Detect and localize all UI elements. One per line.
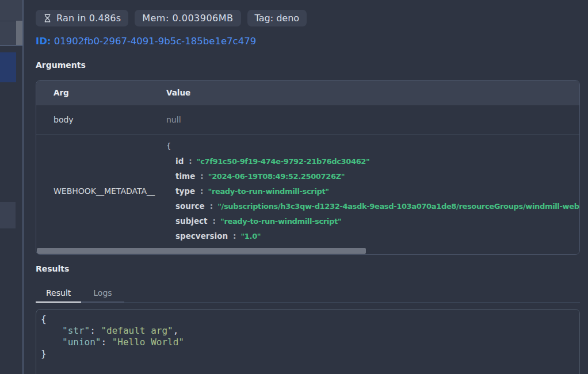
object-colon: : xyxy=(200,171,203,181)
tab-result[interactable]: Result xyxy=(36,284,81,303)
job-id-line: ID: 01902fb0-2967-4091-9b5c-185be1e7c479 xyxy=(36,35,580,48)
object-colon: : xyxy=(233,231,236,241)
json-comma: , xyxy=(173,325,179,336)
object-viewer: { id:"c7f91c50-9f19-474e-9792-21b76dc304… xyxy=(150,135,579,247)
object-key[interactable]: specversion xyxy=(175,231,228,241)
arguments-title: Arguments xyxy=(36,60,580,70)
json-string: "default arg" xyxy=(101,325,173,336)
left-sidebar xyxy=(0,0,24,374)
object-value: "ready-to-run-windmill-script" xyxy=(208,187,329,196)
table-row-webhook-metadata: WEBHOOK__METADATA__ { id:"c7f91c50-9f19-… xyxy=(36,134,579,247)
sidebar-scrollbar-thumb[interactable] xyxy=(16,21,22,45)
object-entry: specversion:"1.0" xyxy=(166,228,579,243)
object-entry: id:"c7f91c50-9f19-474e-9792-21b76dc30462… xyxy=(166,154,579,169)
run-stats-badges: Ran in 0.486s Mem: 0.003906MB Tag: deno xyxy=(36,10,580,26)
arg-column-header: Arg xyxy=(36,88,150,97)
object-key[interactable]: subject xyxy=(175,216,208,226)
arguments-table: Arg Value body null WEBHOOK__METADATA__ … xyxy=(36,80,580,255)
json-key: "union" xyxy=(62,337,101,348)
json-colon: : xyxy=(90,325,101,336)
json-line: "str": "default arg", xyxy=(41,325,575,337)
object-entry: source:"/subscriptions/h3c3qw-d1232-4asd… xyxy=(166,199,579,213)
object-entry: subject:"ready-to-run-windmill-script" xyxy=(166,213,579,228)
object-entry: time:"2024-06-19T08:49:52.2500726Z" xyxy=(166,169,579,184)
json-key: "str" xyxy=(62,325,90,336)
hourglass-icon xyxy=(43,14,52,22)
run-duration-label: Ran in 0.486s xyxy=(56,13,121,24)
object-value: "/subscriptions/h3c3qw-d1232-4asdk-9easd… xyxy=(217,202,579,211)
arguments-table-header: Arg Value xyxy=(36,81,579,105)
sidebar-tree-row[interactable] xyxy=(0,21,16,45)
sidebar-item-active[interactable] xyxy=(0,52,16,82)
tag-badge: Tag: deno xyxy=(247,10,307,26)
results-title: Results xyxy=(36,264,580,273)
tag-label: Tag: deno xyxy=(255,13,300,24)
memory-label: Mem: 0.003906MB xyxy=(142,13,233,24)
object-colon: : xyxy=(213,216,216,226)
json-close-brace: } xyxy=(41,348,575,360)
object-entry: type:"ready-to-run-windmill-script" xyxy=(166,184,579,199)
value-column-header: Value xyxy=(150,88,579,97)
object-key[interactable]: time xyxy=(175,171,195,181)
json-line: "union": "Hello World" xyxy=(41,337,575,348)
object-key[interactable]: id xyxy=(175,157,184,166)
object-colon: : xyxy=(189,157,192,166)
results-tabs: Result Logs xyxy=(36,284,580,303)
job-id-value[interactable]: 01902fb0-2967-4091-9b5c-185be1e7c479 xyxy=(54,36,256,47)
arg-name: WEBHOOK__METADATA__ xyxy=(36,135,150,247)
object-value: "2024-06-19T08:49:52.2500726Z" xyxy=(208,172,345,181)
memory-badge: Mem: 0.003906MB xyxy=(135,10,240,26)
arg-value-null: null xyxy=(150,115,579,124)
run-duration-badge: Ran in 0.486s xyxy=(36,10,128,26)
json-open-brace: { xyxy=(41,314,575,325)
object-open-brace: { xyxy=(166,139,579,154)
tab-logs[interactable]: Logs xyxy=(81,284,124,303)
object-key[interactable]: source xyxy=(175,201,205,211)
job-id-label: ID: xyxy=(36,36,51,47)
object-value: "1.0" xyxy=(240,232,261,241)
json-colon: : xyxy=(101,337,112,348)
object-key[interactable]: type xyxy=(175,186,195,196)
job-run-detail: Ran in 0.486s Mem: 0.003906MB Tag: deno … xyxy=(24,0,588,374)
table-horizontal-scrollbar[interactable] xyxy=(36,247,579,254)
sidebar-item[interactable] xyxy=(0,202,16,228)
object-value: "ready-to-run-windmill-script" xyxy=(220,217,341,226)
result-json-viewer: {"str": "default arg","union": "Hello Wo… xyxy=(36,309,580,374)
sidebar-separator xyxy=(0,45,22,46)
table-row-body: body null xyxy=(36,105,579,134)
object-value: "c7f91c50-9f19-474e-9792-21b76dc30462" xyxy=(197,157,370,166)
object-colon: : xyxy=(200,186,203,196)
object-colon: : xyxy=(210,201,213,211)
sidebar-top-block xyxy=(0,0,22,21)
json-string: "Hello World" xyxy=(112,337,184,348)
scrollbar-thumb[interactable] xyxy=(37,248,366,254)
arg-name: body xyxy=(36,115,150,124)
